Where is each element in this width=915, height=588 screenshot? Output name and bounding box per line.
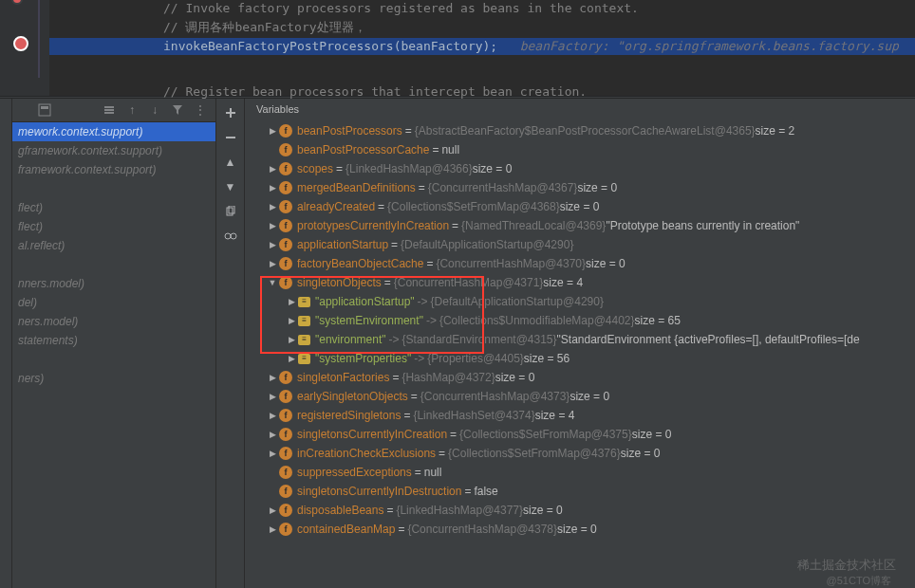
variable-value: {StandardEnvironment@4315} — [402, 330, 557, 349]
expand-arrow-icon[interactable]: ▶ — [266, 235, 279, 254]
variable-node[interactable]: ▶fmergedBeanDefinitions = {ConcurrentHas… — [245, 178, 915, 197]
variable-node[interactable]: ▶fscopes = {LinkedHashMap@4366} size = 0 — [245, 159, 915, 178]
expand-arrow-icon[interactable]: ▶ — [266, 159, 279, 178]
size-hint: size = 0 — [632, 425, 672, 444]
stack-frame[interactable]: gframework.context.support) — [12, 141, 215, 160]
code-line[interactable]: // Invoke factory processors registered … — [49, 0, 915, 17]
stack-frame[interactable]: ners.model) — [12, 312, 215, 331]
add-watch-button[interactable] — [220, 102, 241, 123]
variable-node[interactable]: ▶fprototypesCurrentlyInCreation = {Named… — [245, 216, 915, 235]
code-line-active[interactable]: invokeBeanFactoryPostProcessors(beanFact… — [49, 38, 915, 55]
frames-list[interactable]: mework.context.support)gframework.contex… — [12, 122, 215, 588]
glasses-icon[interactable] — [220, 226, 241, 247]
variable-node[interactable]: ▶fcontainedBeanMap = {ConcurrentHashMap@… — [245, 520, 915, 539]
expand-arrow-icon[interactable]: ▶ — [266, 216, 279, 235]
expand-arrow-icon[interactable]: ▶ — [266, 197, 279, 216]
variable-node[interactable]: ▶finCreationCheckExclusions = {Collectio… — [245, 444, 915, 463]
variable-name: inCreationCheckExclusions — [297, 444, 436, 463]
editor-area[interactable]: // Invoke factory processors registered … — [0, 0, 915, 96]
stack-frame[interactable]: del) — [12, 293, 215, 312]
variable-node[interactable]: ▶≡"systemEnvironment"->{Collections$Unmo… — [245, 311, 915, 330]
stack-frame[interactable]: flect) — [12, 217, 215, 236]
stack-frame[interactable]: statements) — [12, 331, 215, 350]
expand-arrow-icon[interactable]: ▶ — [266, 520, 279, 539]
variable-node[interactable]: ▶ffactoryBeanObjectCache = {ConcurrentHa… — [245, 254, 915, 273]
arrow-down-icon[interactable]: ↓ — [147, 102, 162, 118]
variables-tree[interactable]: ▶fbeanPostProcessors = {AbstractBeanFact… — [245, 119, 915, 588]
variable-node[interactable]: ▶fbeanPostProcessors = {AbstractBeanFact… — [245, 121, 915, 140]
stack-frame[interactable] — [12, 388, 215, 407]
stack-frame[interactable]: mework.context.support) — [12, 122, 215, 141]
stack-frame[interactable] — [12, 350, 215, 369]
variable-node[interactable]: ▶fearlySingletonObjects = {ConcurrentHas… — [245, 387, 915, 406]
up-button[interactable]: ▲ — [220, 152, 241, 173]
stack-frame[interactable]: al.reflect) — [12, 236, 215, 255]
map-key: "systemProperties" — [315, 349, 411, 368]
variable-name: applicationStartup — [297, 235, 388, 254]
variable-node[interactable]: ▶falreadyCreated = {Collections$SetFromM… — [245, 197, 915, 216]
stack-frame[interactable] — [12, 255, 215, 274]
filter-icon[interactable] — [170, 102, 185, 118]
expand-arrow-icon[interactable]: ▶ — [266, 425, 279, 444]
calculator-icon[interactable] — [37, 102, 52, 118]
variable-name: disposableBeans — [297, 501, 383, 520]
expand-arrow-icon[interactable]: ▶ — [266, 121, 279, 140]
expand-arrow-icon[interactable]: ▶ — [285, 292, 298, 311]
copy-icon[interactable] — [220, 201, 241, 222]
variable-node[interactable]: fsingletonsCurrentlyInDestruction = fals… — [245, 482, 915, 501]
expand-arrow-icon[interactable]: ▶ — [266, 178, 279, 197]
expand-arrow-icon[interactable]: ▶ — [266, 406, 279, 425]
expand-arrow-icon[interactable]: ▶ — [266, 368, 279, 387]
breakpoint-active-icon[interactable] — [13, 36, 28, 51]
debug-side-tabs[interactable] — [0, 99, 12, 588]
variable-value: {Properties@4405} — [427, 349, 524, 368]
variable-value: {HashMap@4372} — [401, 368, 495, 387]
expand-arrow-icon[interactable]: ▶ — [266, 387, 279, 406]
field-icon: f — [279, 143, 292, 156]
more-icon[interactable]: ⋮ — [193, 102, 208, 118]
code-line[interactable]: // 调用各种beanFactory处理器， — [49, 19, 915, 36]
expand-arrow-icon[interactable]: ▶ — [285, 330, 298, 349]
size-hint: size = 0 — [557, 520, 597, 539]
variable-node[interactable]: fbeanPostProcessorCache = null — [245, 140, 915, 159]
variable-node[interactable]: ▶≡"environment"->{StandardEnvironment@43… — [245, 330, 915, 349]
down-button[interactable]: ▼ — [220, 176, 241, 197]
breakpoint-marker[interactable] — [13, 0, 21, 3]
variable-value: {Collections$SetFromMap@4375} — [459, 425, 632, 444]
expand-arrow-icon[interactable]: ▶ — [266, 444, 279, 463]
variable-value: {ConcurrentHashMap@4370} — [436, 254, 586, 273]
stack-frame[interactable]: framework.context.support) — [12, 160, 215, 179]
field-icon: f — [279, 219, 292, 232]
expand-arrow-icon[interactable]: ▶ — [266, 254, 279, 273]
string-value: "StandardEnvironment {activeProfiles=[],… — [557, 330, 860, 349]
variable-name: prototypesCurrentlyInCreation — [297, 216, 449, 235]
expand-arrow-icon[interactable]: ▶ — [285, 349, 298, 368]
remove-watch-button[interactable] — [220, 127, 241, 148]
size-hint: size = 0 — [570, 387, 609, 406]
variable-node[interactable]: ▶fdisposableBeans = {LinkedHashMap@4377}… — [245, 501, 915, 520]
variable-node[interactable]: ▶fsingletonFactories = {HashMap@4372} si… — [245, 368, 915, 387]
variable-node[interactable]: ▶≡"applicationStartup"->{DefaultApplicat… — [245, 292, 915, 311]
code-line[interactable]: // Register bean processors that interce… — [49, 83, 915, 101]
expand-arrow-icon[interactable]: ▼ — [266, 273, 279, 292]
stack-frame[interactable] — [12, 179, 215, 198]
variable-value: {NamedThreadLocal@4369} — [461, 216, 606, 235]
string-value: "Prototype beans currently in creation" — [606, 216, 799, 235]
variable-node[interactable]: ▶fregisteredSingletons = {LinkedHashSet@… — [245, 406, 915, 425]
variable-node[interactable]: ▶≡"systemProperties"->{Properties@4405} … — [245, 349, 915, 368]
expand-arrow-icon[interactable]: ▶ — [266, 501, 279, 520]
stack-frame[interactable]: ners) — [12, 369, 215, 388]
stack-frame[interactable]: flect) — [12, 198, 215, 217]
list-icon[interactable] — [102, 102, 117, 118]
size-hint: size = 0 — [560, 197, 600, 216]
stack-frame[interactable]: nners.model) — [12, 274, 215, 293]
variable-value: null — [441, 140, 459, 159]
variable-node[interactable]: ▶fsingletonsCurrentlyInCreation = {Colle… — [245, 425, 915, 444]
expand-arrow-icon[interactable]: ▶ — [285, 311, 298, 330]
variable-node[interactable]: ▼fsingletonObjects = {ConcurrentHashMap@… — [245, 273, 915, 292]
variable-node[interactable]: ▶fapplicationStartup = {DefaultApplicati… — [245, 235, 915, 254]
variable-node[interactable]: fsuppressedExceptions = null — [245, 463, 915, 482]
arrow-up-icon[interactable]: ↑ — [124, 102, 140, 118]
size-hint: size = 0 — [577, 178, 617, 197]
frames-toolbar: ↑ ↓ ⋮ — [12, 99, 215, 122]
